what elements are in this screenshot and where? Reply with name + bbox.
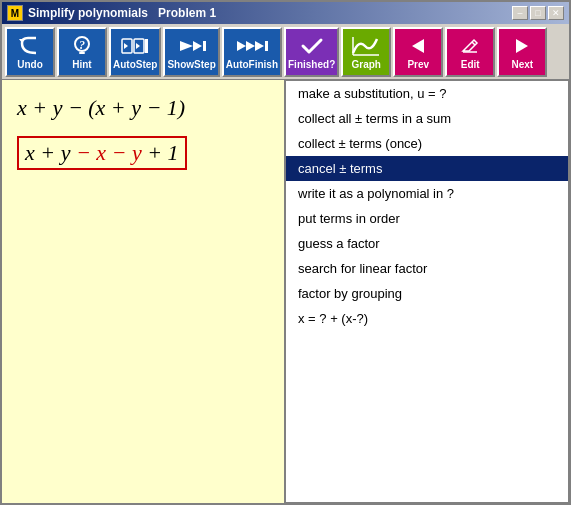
graph-label: Graph (352, 59, 381, 70)
autostep-icon (120, 35, 150, 57)
hint-icon: ? (70, 35, 94, 57)
title-controls: – □ ✕ (512, 6, 564, 20)
autofinish-icon (234, 35, 270, 57)
minimize-button[interactable]: – (512, 6, 528, 20)
toolbar: Undo ? Hint AutoStep (2, 24, 569, 80)
autofinish-label: AutoFinish (226, 59, 278, 70)
close-button[interactable]: ✕ (548, 6, 564, 20)
dropdown-item-put-order[interactable]: put terms in order (286, 206, 568, 231)
finished-button[interactable]: Finished? (284, 27, 339, 77)
undo-icon (18, 35, 42, 57)
graph-button[interactable]: Graph (341, 27, 391, 77)
app-icon: M (7, 5, 23, 21)
window-title: Simplify polynomials Problem 1 (28, 6, 216, 20)
edit-icon (458, 35, 482, 57)
svg-rect-6 (203, 41, 206, 51)
main-panel: x + y − (x + y − 1) x + y − x − y + 1 (2, 80, 284, 503)
edit-button[interactable]: Edit (445, 27, 495, 77)
hint-button[interactable]: ? Hint (57, 27, 107, 77)
svg-rect-2 (79, 52, 85, 54)
prev-icon (406, 35, 430, 57)
dropdown-item-collect-pm[interactable]: collect ± terms (once) (286, 131, 568, 156)
autofinish-button[interactable]: AutoFinish (222, 27, 282, 77)
finished-label: Finished? (288, 59, 335, 70)
undo-button[interactable]: Undo (5, 27, 55, 77)
svg-rect-5 (145, 39, 148, 53)
prev-label: Prev (407, 59, 429, 70)
dropdown-item-cancel[interactable]: cancel ± terms (286, 156, 568, 181)
showstep-icon (177, 35, 207, 57)
autostep-button[interactable]: AutoStep (109, 27, 161, 77)
svg-rect-7 (265, 41, 268, 51)
dropdown-item-x-eq[interactable]: x = ? + (x-?) (286, 306, 568, 331)
next-label: Next (511, 59, 533, 70)
title-bar-left: M Simplify polynomials Problem 1 (7, 5, 216, 21)
svg-marker-13 (516, 39, 528, 53)
showstep-label: ShowStep (167, 59, 215, 70)
edit-label: Edit (461, 59, 480, 70)
main-window: M Simplify polynomials Problem 1 – □ ✕ U… (0, 0, 571, 505)
showstep-button[interactable]: ShowStep (163, 27, 219, 77)
dropdown-item-write-poly[interactable]: write it as a polynomial in ? (286, 181, 568, 206)
svg-line-11 (472, 42, 475, 45)
next-button[interactable]: Next (497, 27, 547, 77)
svg-marker-10 (412, 39, 424, 53)
undo-label: Undo (17, 59, 43, 70)
dropdown-item-search-linear[interactable]: search for linear factor (286, 256, 568, 281)
dropdown-item-collect-all[interactable]: collect all ± terms in a sum (286, 106, 568, 131)
prev-button[interactable]: Prev (393, 27, 443, 77)
expression-line-1: x + y − (x + y − 1) (17, 95, 269, 121)
content-area: x + y − (x + y − 1) x + y − x − y + 1 ma… (2, 80, 569, 503)
dropdown-item-guess-factor[interactable]: guess a factor (286, 231, 568, 256)
dropdown-item-factor-group[interactable]: factor by grouping (286, 281, 568, 306)
hint-label: Hint (72, 59, 91, 70)
svg-text:?: ? (79, 38, 85, 52)
maximize-button[interactable]: □ (530, 6, 546, 20)
expression-highlighted: x + y − x − y + 1 (17, 136, 187, 170)
title-bar: M Simplify polynomials Problem 1 – □ ✕ (2, 2, 569, 24)
expression-line-2: x + y − x − y + 1 (17, 136, 269, 170)
autostep-label: AutoStep (113, 59, 157, 70)
next-icon (510, 35, 534, 57)
graph-icon (351, 35, 381, 57)
dropdown-item-substitute[interactable]: make a substitution, u = ? (286, 81, 568, 106)
finished-icon (300, 35, 324, 57)
dropdown-panel: make a substitution, u = ? collect all ±… (284, 80, 569, 503)
